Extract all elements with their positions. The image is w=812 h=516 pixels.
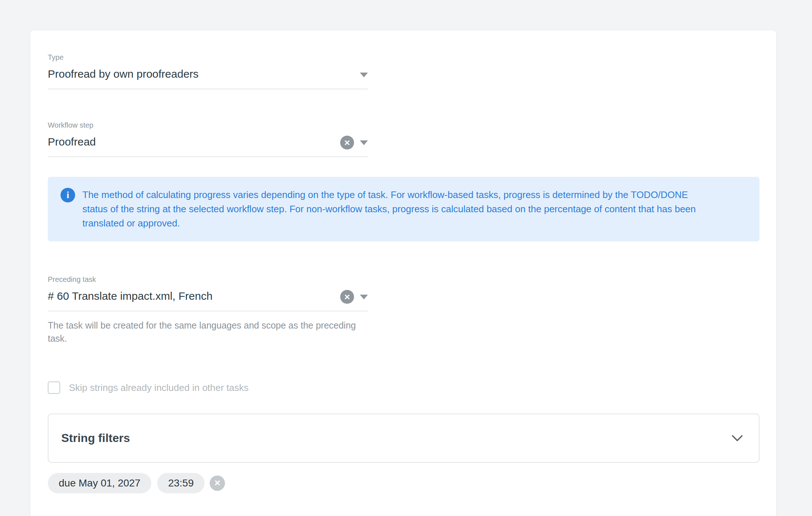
chevron-down-icon[interactable] [731,434,743,442]
skip-strings-label: Skip strings already included in other t… [69,382,249,393]
clear-preceding-task-button[interactable]: ✕ [340,290,354,304]
clear-x-icon: ✕ [344,293,350,301]
preceding-task-label: Preceding task [48,275,368,284]
type-field-group: Type Proofread by own proofreaders [48,53,368,89]
due-time-chip-label: 23:59 [168,477,194,489]
workflow-step-select[interactable]: Proofread ✕ [48,132,368,157]
type-field-label: Type [48,53,368,62]
clear-workflow-step-button[interactable]: ✕ [340,136,354,150]
preceding-task-field-group: Preceding task # 60 Translate impact.xml… [48,275,368,311]
info-line: translated or approved. [82,216,696,230]
preceding-task-select[interactable]: # 60 Translate impact.xml, French ✕ [48,286,368,311]
workflow-step-field-group: Workflow step Proofread ✕ [48,121,368,157]
info-line: The method of calculating progress varie… [82,188,696,202]
workflow-step-label: Workflow step [48,121,368,129]
helper-line: The task will be created for the same la… [48,319,759,332]
skip-strings-checkbox[interactable] [48,381,60,394]
skip-strings-row: Skip strings already included in other t… [48,381,759,394]
due-time-chip[interactable]: 23:59 [157,473,205,493]
caret-down-icon[interactable] [360,140,368,145]
caret-down-icon[interactable] [360,73,368,77]
progress-info-text: The method of calculating progress varie… [82,188,696,230]
string-filters-panel-header[interactable]: String filters [48,414,759,463]
info-icon: i [61,188,75,202]
preceding-task-value: # 60 Translate impact.xml, French [48,289,328,303]
preceding-task-helper-text: The task will be created for the same la… [48,319,759,345]
due-date-chip-label: due May 01, 2027 [59,477,140,489]
type-select[interactable]: Proofread by own proofreaders [48,64,368,89]
info-line: status of the string at the selected wor… [82,202,696,216]
workflow-step-value: Proofread [48,135,328,149]
remove-due-date-button[interactable]: ✕ [210,476,225,491]
due-date-chips-row: due May 01, 2027 23:59 ✕ [48,473,759,493]
type-select-value: Proofread by own proofreaders [48,67,328,81]
close-x-icon: ✕ [214,478,221,488]
due-date-chip[interactable]: due May 01, 2027 [48,473,151,493]
clear-x-icon: ✕ [344,139,350,147]
helper-line: task. [48,332,759,345]
task-form-card: Type Proofread by own proofreaders Workf… [30,30,777,516]
progress-info-banner: i The method of calculating progress var… [48,177,759,241]
caret-down-icon[interactable] [360,295,368,299]
string-filters-title: String filters [61,431,130,445]
